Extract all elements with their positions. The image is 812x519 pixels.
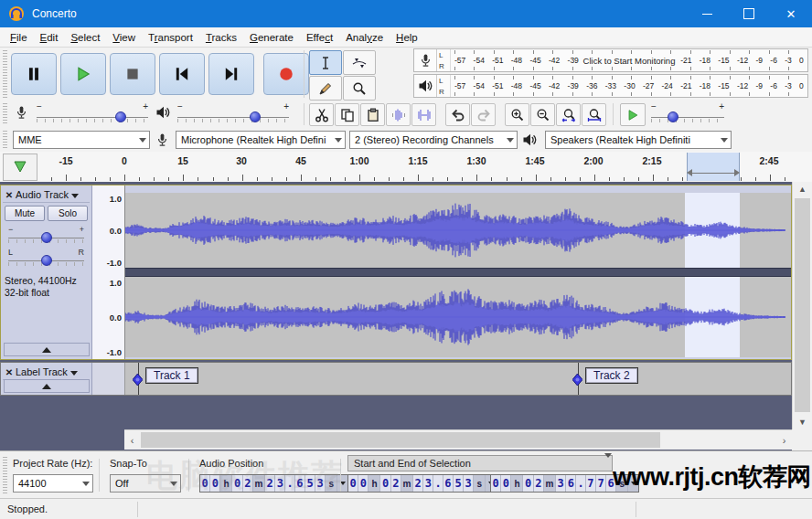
horizontal-scrollbar[interactable]: ‹ › (124, 429, 792, 450)
record-volume-slider[interactable]: −+ (37, 101, 148, 124)
mute-button[interactable]: Mute (5, 206, 45, 221)
menu-view[interactable]: View (106, 29, 142, 46)
close-track-icon[interactable]: ✕ (3, 367, 16, 377)
menu-effect[interactable]: Effect (300, 29, 339, 46)
zoom-tool-button[interactable] (343, 76, 376, 101)
draw-tool-button[interactable] (309, 76, 342, 101)
menu-file[interactable]: File (4, 29, 34, 46)
recording-channels-select[interactable]: 2 (Stereo) Recording Channels (349, 131, 518, 149)
skip-start-button[interactable] (159, 53, 205, 95)
cut-button[interactable] (309, 103, 334, 126)
chevron-down-icon (604, 458, 612, 469)
selection-start-field[interactable]: 00h02m23.653s (347, 474, 497, 493)
playback-meter[interactable]: LR -57-54-51-48-45-42-39-36-33-30-27-24-… (413, 74, 808, 98)
playback-volume-slider[interactable]: −+ (177, 101, 289, 124)
playback-device-select[interactable]: Speakers (Realtek High Definiti (545, 131, 732, 149)
recording-meter-scale: -57-54-51-48-45-42-39-36-33-30-27-24-21-… (451, 49, 807, 71)
waveform-channel-right[interactable] (125, 277, 791, 357)
time-ruler-scale[interactable]: -1501530451:001:151:301:452:002:152:302:… (38, 152, 812, 182)
menu-transport[interactable]: Transport (142, 29, 199, 46)
toolbar-row-2: −+ −+ −+ (0, 101, 812, 129)
label-marker-icon[interactable] (133, 374, 143, 386)
maximize-button[interactable] (728, 0, 770, 27)
vertical-scroll-thumb[interactable] (795, 198, 810, 412)
play-at-speed-button[interactable] (620, 103, 646, 126)
zoom-sel-button[interactable] (556, 103, 581, 126)
collapse-track-button[interactable] (4, 379, 90, 393)
paste-button[interactable] (360, 103, 385, 126)
gain-slider[interactable]: −+ (8, 225, 84, 244)
menu-generate[interactable]: Generate (243, 29, 300, 46)
collapse-track-button[interactable] (4, 343, 90, 356)
trim-button[interactable] (386, 103, 411, 126)
green-pin-triangle-icon (13, 161, 27, 174)
skip-end-button[interactable] (208, 53, 254, 95)
label-track-title[interactable]: Label Track (16, 366, 90, 377)
timeline-ruler[interactable]: -1501530451:001:151:301:452:002:152:302:… (0, 152, 812, 183)
ruler-label: 1:45 (525, 155, 544, 166)
record-button[interactable] (263, 53, 309, 95)
audacity-logo-icon (8, 5, 25, 22)
envelope-tool-button[interactable] (343, 50, 376, 75)
undo-button[interactable] (445, 103, 470, 126)
transport-grabber[interactable] (3, 50, 7, 98)
recording-meter[interactable]: LR -57-54-51-48-45-42-39-36-33-30-27-24-… (413, 48, 808, 72)
menu-help[interactable]: Help (390, 29, 424, 46)
vertical-scrollbar[interactable]: ▲ ▼ (792, 182, 812, 429)
menu-edit[interactable]: Edit (34, 29, 65, 46)
play-at-speed-icon (626, 109, 639, 122)
track-label[interactable]: Track 2 (585, 367, 638, 384)
horizontal-scroll-thumb[interactable] (141, 432, 660, 448)
selection-tool-button[interactable] (309, 50, 342, 75)
track-format-line2: 32-bit float (5, 287, 91, 299)
play-button[interactable] (60, 53, 106, 95)
edit-toolbar (309, 103, 607, 126)
timeline-selection[interactable] (687, 153, 740, 181)
close-track-icon[interactable]: ✕ (3, 190, 16, 200)
recording-device-select[interactable]: Microphone (Realtek High Defini (176, 131, 346, 149)
copy-button[interactable] (335, 103, 359, 126)
snap-to-label: Snap-To (110, 458, 147, 469)
play-speed-slider[interactable]: −+ (651, 101, 724, 124)
solo-button[interactable]: Solo (48, 206, 88, 221)
pinned-play-head-button[interactable] (3, 154, 37, 181)
label-marker-icon[interactable] (572, 374, 582, 386)
microphone-icon (419, 53, 433, 68)
redo-button[interactable] (471, 103, 496, 126)
skip-end-icon (223, 66, 240, 82)
scroll-up-icon[interactable]: ▲ (793, 182, 812, 196)
scroll-left-icon[interactable]: ‹ (124, 430, 140, 450)
waveform-area[interactable] (125, 185, 791, 359)
audio-track-title[interactable]: Audio Track (16, 189, 90, 200)
close-button[interactable]: ✕ (770, 0, 812, 27)
silence-button[interactable] (411, 103, 436, 126)
stop-icon (124, 66, 141, 82)
site-watermark: www.rjtj.cn软荐网 (613, 461, 811, 493)
audacity-window: Concerto ✕ FileEditSelectViewTransportTr… (0, 0, 812, 519)
stop-button[interactable] (110, 53, 155, 95)
track-label[interactable]: Track 1 (145, 367, 198, 384)
zoom-fit-button[interactable] (582, 103, 606, 126)
minimize-button[interactable] (686, 0, 728, 27)
scroll-right-icon[interactable]: › (776, 430, 792, 450)
zoom-out-button[interactable] (530, 103, 555, 126)
audio-host-select[interactable]: MME (13, 131, 150, 149)
ruler-label: 2:45 (759, 155, 778, 166)
scroll-down-icon[interactable]: ▼ (793, 415, 812, 429)
menu-bar: FileEditSelectViewTransportTracksGenerat… (0, 27, 812, 48)
project-rate-select[interactable]: 44100 (13, 474, 93, 493)
meter-monitoring-hint[interactable]: Click to Start Monitoring (581, 56, 678, 66)
menu-analyze[interactable]: Analyze (339, 29, 390, 46)
pause-button[interactable] (11, 53, 57, 95)
vertical-scale-ruler[interactable]: 1.00.0-1.01.00.0-1.0 (92, 185, 125, 359)
pan-slider[interactable]: LR (8, 248, 84, 267)
label-track-content[interactable]: Track 1Track 2 (125, 363, 791, 395)
transport-toolbar (11, 53, 313, 95)
title-bar: Concerto ✕ (0, 0, 812, 27)
selection-range-mode-select[interactable]: Start and End of Selection (347, 455, 613, 471)
ruler-label: 0 (122, 155, 127, 166)
menu-tracks[interactable]: Tracks (199, 29, 243, 46)
menu-select[interactable]: Select (64, 29, 106, 46)
waveform-channel-left[interactable] (125, 193, 791, 268)
zoom-in-button[interactable] (505, 103, 529, 126)
